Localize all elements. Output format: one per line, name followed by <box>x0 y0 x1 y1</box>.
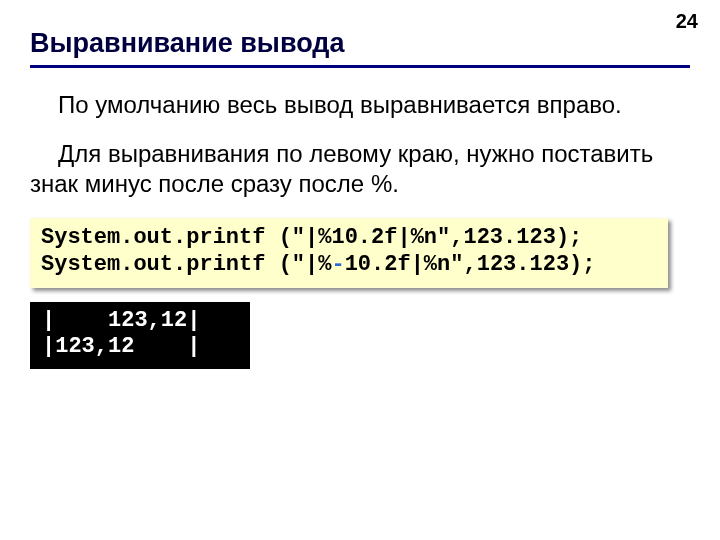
paragraph-1: По умолчанию весь вывод выравнивается вп… <box>30 90 690 121</box>
code-line-1: System.out.printf ("|%10.2f|%n",123.123)… <box>41 225 582 250</box>
slide-title: Выравнивание вывода <box>30 28 690 59</box>
paragraph-2: Для выравнивания по левому краю, нужно п… <box>30 139 690 200</box>
output-line-2: |123,12 | <box>42 334 200 359</box>
output-example: | 123,12| |123,12 | <box>30 302 250 369</box>
page-number: 24 <box>676 10 698 33</box>
output-line-1: | 123,12| <box>42 308 200 333</box>
code-minus-sign: - <box>331 252 344 277</box>
code-example: System.out.printf ("|%10.2f|%n",123.123)… <box>30 218 668 288</box>
code-line-2b: 10.2f|%n",123.123); <box>345 252 596 277</box>
code-line-2a: System.out.printf ("|% <box>41 252 331 277</box>
title-underline <box>30 65 690 68</box>
